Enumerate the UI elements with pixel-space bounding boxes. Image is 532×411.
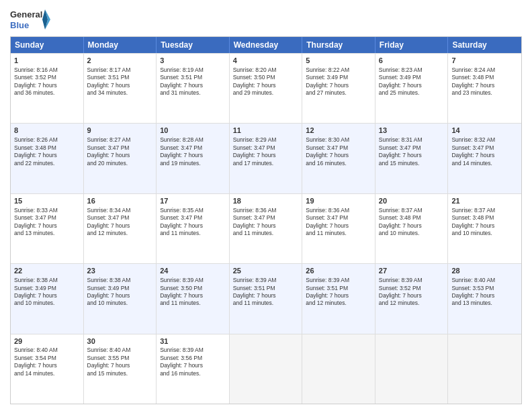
day-number: 25 xyxy=(233,266,299,276)
day-info-line: and 11 minutes. xyxy=(233,300,299,307)
day-header-monday: Monday xyxy=(84,37,157,53)
day-number: 29 xyxy=(14,336,80,347)
day-info-line: Daylight: 7 hours xyxy=(14,222,80,230)
day-number: 17 xyxy=(160,196,226,206)
day-info-line: Sunrise: 8:29 AM xyxy=(233,136,299,144)
day-info-line: Daylight: 7 hours xyxy=(451,82,518,89)
day-info-line: Daylight: 7 hours xyxy=(306,222,371,230)
day-info-line: Sunrise: 8:35 AM xyxy=(160,207,226,214)
day-number: 15 xyxy=(14,196,80,206)
day-info-line: Sunrise: 8:38 AM xyxy=(87,277,153,284)
calendar-day-6: 6Sunrise: 8:23 AMSunset: 3:49 PMDaylight… xyxy=(375,54,449,123)
day-number: 28 xyxy=(451,266,518,276)
day-info-line: Daylight: 7 hours xyxy=(233,222,299,230)
calendar-day-empty xyxy=(448,334,521,404)
day-info-line: and 29 minutes. xyxy=(233,89,299,97)
calendar-day-27: 27Sunrise: 8:39 AMSunset: 3:52 PMDayligh… xyxy=(375,264,449,333)
day-info-line: Daylight: 7 hours xyxy=(14,362,80,369)
day-info-line: Daylight: 7 hours xyxy=(379,292,445,300)
day-info-line: Daylight: 7 hours xyxy=(87,362,153,369)
day-info-line: Daylight: 7 hours xyxy=(87,82,153,89)
day-number: 14 xyxy=(451,126,518,136)
day-info-line: Sunrise: 8:37 AM xyxy=(379,207,445,214)
day-info-line: Sunrise: 8:24 AM xyxy=(451,66,518,74)
day-number: 8 xyxy=(14,126,80,136)
calendar-day-17: 17Sunrise: 8:35 AMSunset: 3:47 PMDayligh… xyxy=(157,194,230,263)
day-info-line: Sunrise: 8:23 AM xyxy=(379,66,445,74)
day-info-line: Daylight: 7 hours xyxy=(451,292,518,300)
day-info-line: Sunrise: 8:37 AM xyxy=(451,207,518,214)
calendar-day-25: 25Sunrise: 8:39 AMSunset: 3:51 PMDayligh… xyxy=(230,264,303,333)
calendar-day-22: 22Sunrise: 8:38 AMSunset: 3:49 PMDayligh… xyxy=(11,264,84,333)
day-number: 1 xyxy=(14,56,80,66)
day-number: 20 xyxy=(379,196,445,206)
svg-marker-3 xyxy=(42,9,48,30)
calendar-day-15: 15Sunrise: 8:33 AMSunset: 3:47 PMDayligh… xyxy=(11,194,84,263)
day-info-line: Daylight: 7 hours xyxy=(160,222,226,230)
calendar-day-8: 8Sunrise: 8:26 AMSunset: 3:48 PMDaylight… xyxy=(11,124,84,193)
calendar-day-29: 29Sunrise: 8:40 AMSunset: 3:54 PMDayligh… xyxy=(11,334,84,404)
calendar-day-7: 7Sunrise: 8:24 AMSunset: 3:48 PMDaylight… xyxy=(448,54,521,123)
day-header-saturday: Saturday xyxy=(448,37,521,53)
calendar-day-empty xyxy=(302,334,375,404)
day-number: 27 xyxy=(379,266,445,276)
day-info-line: Sunrise: 8:36 AM xyxy=(233,207,299,214)
day-info-line: Daylight: 7 hours xyxy=(160,292,226,300)
day-header-wednesday: Wednesday xyxy=(230,37,303,53)
day-info-line: Sunset: 3:47 PM xyxy=(379,144,445,152)
calendar-day-1: 1Sunrise: 8:16 AMSunset: 3:52 PMDaylight… xyxy=(11,54,84,123)
day-info-line: Sunrise: 8:31 AM xyxy=(379,136,445,144)
day-number: 5 xyxy=(306,56,371,66)
calendar: SundayMondayTuesdayWednesdayThursdayFrid… xyxy=(10,36,522,404)
day-info-line: Sunrise: 8:32 AM xyxy=(451,136,518,144)
calendar-week-1: 1Sunrise: 8:16 AMSunset: 3:52 PMDaylight… xyxy=(11,53,521,123)
day-info-line: Sunset: 3:56 PM xyxy=(160,355,226,362)
day-info-line: and 27 minutes. xyxy=(306,89,371,97)
day-info-line: Sunset: 3:47 PM xyxy=(306,214,371,222)
day-info-line: Sunrise: 8:40 AM xyxy=(451,277,518,284)
day-info-line: Sunset: 3:49 PM xyxy=(87,285,153,292)
day-info-line: Daylight: 7 hours xyxy=(379,222,445,230)
day-info-line: and 23 minutes. xyxy=(451,89,518,97)
day-number: 7 xyxy=(451,56,518,66)
day-info-line: and 13 minutes. xyxy=(14,230,80,237)
day-info-line: Sunset: 3:47 PM xyxy=(451,144,518,152)
day-info-line: Sunrise: 8:40 AM xyxy=(14,347,80,354)
svg-text:General: General xyxy=(10,9,42,19)
day-info-line: Sunset: 3:49 PM xyxy=(306,74,371,81)
day-info-line: and 10 minutes. xyxy=(451,230,518,237)
day-info-line: Daylight: 7 hours xyxy=(306,152,371,159)
day-info-line: and 25 minutes. xyxy=(379,89,445,97)
day-info-line: Sunrise: 8:22 AM xyxy=(306,66,371,74)
day-info-line: Sunset: 3:51 PM xyxy=(160,74,226,81)
day-number: 24 xyxy=(160,266,226,276)
day-info-line: Sunset: 3:47 PM xyxy=(233,214,299,222)
day-info-line: Sunset: 3:49 PM xyxy=(379,74,445,81)
day-info-line: Sunset: 3:52 PM xyxy=(14,74,80,81)
day-info-line: Daylight: 7 hours xyxy=(87,222,153,230)
day-info-line: and 16 minutes. xyxy=(306,160,371,167)
day-info-line: Daylight: 7 hours xyxy=(160,82,226,89)
day-info-line: and 15 minutes. xyxy=(87,370,153,377)
day-info-line: and 14 minutes. xyxy=(14,370,80,377)
calendar-day-2: 2Sunrise: 8:17 AMSunset: 3:51 PMDaylight… xyxy=(84,54,157,123)
day-info-line: Daylight: 7 hours xyxy=(379,152,445,159)
calendar-day-9: 9Sunrise: 8:27 AMSunset: 3:47 PMDaylight… xyxy=(84,124,157,193)
day-info-line: Sunset: 3:50 PM xyxy=(233,74,299,81)
calendar-day-16: 16Sunrise: 8:34 AMSunset: 3:47 PMDayligh… xyxy=(84,194,157,263)
calendar-week-5: 29Sunrise: 8:40 AMSunset: 3:54 PMDayligh… xyxy=(11,334,521,404)
day-info-line: Sunrise: 8:34 AM xyxy=(87,207,153,214)
day-info-line: Sunset: 3:48 PM xyxy=(379,214,445,222)
day-info-line: Sunset: 3:47 PM xyxy=(233,144,299,152)
calendar-week-3: 15Sunrise: 8:33 AMSunset: 3:47 PMDayligh… xyxy=(11,193,521,263)
day-info-line: Sunset: 3:47 PM xyxy=(160,144,226,152)
day-info-line: Sunset: 3:47 PM xyxy=(160,214,226,222)
day-info-line: and 13 minutes. xyxy=(451,300,518,307)
calendar-week-2: 8Sunrise: 8:26 AMSunset: 3:48 PMDaylight… xyxy=(11,123,521,193)
day-info-line: Sunset: 3:49 PM xyxy=(14,285,80,292)
day-info-line: Daylight: 7 hours xyxy=(451,222,518,230)
day-info-line: and 11 minutes. xyxy=(160,230,226,237)
day-info-line: Sunrise: 8:28 AM xyxy=(160,136,226,144)
day-info-line: Sunrise: 8:19 AM xyxy=(160,66,226,74)
day-info-line: Sunset: 3:50 PM xyxy=(160,285,226,292)
